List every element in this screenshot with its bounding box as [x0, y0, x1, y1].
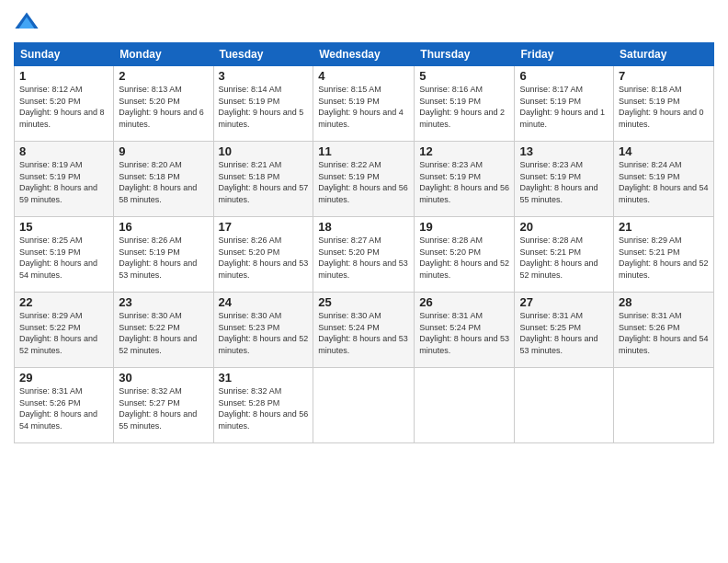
day-cell: 25 Sunrise: 8:30 AM Sunset: 5:24 PM Dayl… [313, 293, 415, 368]
sunrise-label: Sunrise: 8:31 AM [19, 386, 83, 396]
sunrise-label: Sunrise: 8:30 AM [318, 311, 381, 320]
week-row-2: 8 Sunrise: 8:19 AM Sunset: 5:19 PM Dayli… [15, 142, 714, 217]
day-cell: 28 Sunrise: 8:31 AM Sunset: 5:26 PM Dayl… [614, 293, 714, 368]
daylight-label: Daylight: 8 hours and 53 minutes. [119, 259, 197, 280]
day-number: 27 [519, 295, 609, 309]
daylight-label: Daylight: 9 hours and 1 minute. [519, 108, 605, 129]
day-info: Sunrise: 8:32 AM Sunset: 5:28 PM Dayligh… [219, 385, 309, 431]
col-header-saturday: Saturday [614, 43, 714, 66]
day-number: 3 [219, 69, 309, 83]
day-cell: 29 Sunrise: 8:31 AM Sunset: 5:26 PM Dayl… [15, 368, 114, 443]
daylight-label: Daylight: 9 hours and 4 minutes. [318, 108, 404, 129]
sunset-label: Sunset: 5:19 PM [519, 172, 581, 181]
day-info: Sunrise: 8:29 AM Sunset: 5:22 PM Dayligh… [19, 310, 108, 356]
day-info: Sunrise: 8:31 AM Sunset: 5:26 PM Dayligh… [19, 385, 108, 431]
sunrise-label: Sunrise: 8:15 AM [318, 85, 381, 94]
day-info: Sunrise: 8:23 AM Sunset: 5:19 PM Dayligh… [519, 159, 609, 205]
daylight-label: Daylight: 8 hours and 56 minutes. [219, 409, 309, 431]
day-number: 31 [219, 371, 309, 385]
sunrise-label: Sunrise: 8:23 AM [519, 160, 583, 169]
daylight-label: Daylight: 8 hours and 53 minutes. [219, 259, 309, 280]
col-header-tuesday: Tuesday [213, 43, 313, 66]
day-cell: 30 Sunrise: 8:32 AM Sunset: 5:27 PM Dayl… [114, 368, 213, 443]
day-cell: 1 Sunrise: 8:12 AM Sunset: 5:20 PM Dayli… [15, 66, 114, 142]
day-info: Sunrise: 8:20 AM Sunset: 5:18 PM Dayligh… [119, 159, 208, 205]
sunrise-label: Sunrise: 8:16 AM [419, 85, 483, 94]
sunrise-label: Sunrise: 8:27 AM [318, 236, 381, 245]
day-cell: 11 Sunrise: 8:22 AM Sunset: 5:19 PM Dayl… [313, 142, 415, 217]
daylight-label: Daylight: 8 hours and 56 minutes. [318, 183, 408, 204]
day-number: 1 [19, 69, 108, 83]
daylight-label: Daylight: 8 hours and 59 minutes. [19, 183, 97, 204]
col-header-friday: Friday [515, 43, 614, 66]
day-info: Sunrise: 8:26 AM Sunset: 5:19 PM Dayligh… [119, 235, 208, 281]
day-number: 7 [619, 69, 709, 83]
sunrise-label: Sunrise: 8:32 AM [219, 386, 282, 396]
daylight-label: Daylight: 8 hours and 52 minutes. [119, 334, 197, 355]
sunset-label: Sunset: 5:19 PM [119, 247, 180, 257]
day-cell: 24 Sunrise: 8:30 AM Sunset: 5:23 PM Dayl… [213, 293, 313, 368]
daylight-label: Daylight: 8 hours and 52 minutes. [519, 259, 597, 280]
day-number: 14 [619, 144, 709, 158]
day-cell [515, 368, 614, 443]
day-number: 24 [219, 295, 309, 309]
day-info: Sunrise: 8:29 AM Sunset: 5:21 PM Dayligh… [619, 235, 709, 281]
day-cell: 5 Sunrise: 8:16 AM Sunset: 5:19 PM Dayli… [415, 66, 515, 142]
sunset-label: Sunset: 5:19 PM [19, 247, 81, 257]
day-info: Sunrise: 8:30 AM Sunset: 5:23 PM Dayligh… [219, 310, 309, 356]
day-number: 26 [419, 295, 509, 309]
sunrise-label: Sunrise: 8:17 AM [519, 85, 583, 94]
daylight-label: Daylight: 8 hours and 56 minutes. [419, 183, 509, 204]
daylight-label: Daylight: 8 hours and 58 minutes. [119, 183, 197, 204]
sunset-label: Sunset: 5:24 PM [318, 323, 380, 332]
day-number: 9 [119, 144, 208, 158]
sunrise-label: Sunrise: 8:31 AM [419, 311, 483, 320]
day-info: Sunrise: 8:30 AM Sunset: 5:22 PM Dayligh… [119, 310, 208, 356]
daylight-label: Daylight: 8 hours and 52 minutes. [19, 334, 97, 355]
sunset-label: Sunset: 5:19 PM [318, 97, 380, 106]
day-info: Sunrise: 8:31 AM Sunset: 5:26 PM Dayligh… [619, 310, 709, 356]
day-number: 21 [619, 220, 709, 234]
sunrise-label: Sunrise: 8:26 AM [119, 236, 182, 245]
daylight-label: Daylight: 8 hours and 52 minutes. [619, 259, 709, 280]
day-number: 12 [419, 144, 509, 158]
day-cell: 12 Sunrise: 8:23 AM Sunset: 5:19 PM Dayl… [415, 142, 515, 217]
day-cell: 14 Sunrise: 8:24 AM Sunset: 5:19 PM Dayl… [614, 142, 714, 217]
sunset-label: Sunset: 5:20 PM [219, 247, 280, 257]
daylight-label: Daylight: 8 hours and 53 minutes. [318, 259, 408, 280]
col-header-wednesday: Wednesday [313, 43, 415, 66]
sunset-label: Sunset: 5:24 PM [419, 323, 481, 332]
day-cell: 15 Sunrise: 8:25 AM Sunset: 5:19 PM Dayl… [15, 217, 114, 293]
sunset-label: Sunset: 5:26 PM [19, 398, 81, 408]
daylight-label: Daylight: 9 hours and 8 minutes. [19, 108, 105, 129]
week-row-5: 29 Sunrise: 8:31 AM Sunset: 5:26 PM Dayl… [15, 368, 714, 443]
col-header-thursday: Thursday [415, 43, 515, 66]
sunset-label: Sunset: 5:20 PM [119, 97, 180, 106]
sunrise-label: Sunrise: 8:30 AM [119, 311, 182, 320]
daylight-label: Daylight: 9 hours and 2 minutes. [419, 108, 505, 129]
day-cell: 20 Sunrise: 8:28 AM Sunset: 5:21 PM Dayl… [515, 217, 614, 293]
sunrise-label: Sunrise: 8:25 AM [19, 236, 83, 245]
day-info: Sunrise: 8:23 AM Sunset: 5:19 PM Dayligh… [419, 159, 509, 205]
day-info: Sunrise: 8:15 AM Sunset: 5:19 PM Dayligh… [318, 84, 409, 130]
day-cell: 22 Sunrise: 8:29 AM Sunset: 5:22 PM Dayl… [15, 293, 114, 368]
day-number: 15 [19, 220, 108, 234]
daylight-label: Daylight: 8 hours and 52 minutes. [219, 334, 309, 355]
sunset-label: Sunset: 5:19 PM [19, 172, 81, 181]
day-cell: 31 Sunrise: 8:32 AM Sunset: 5:28 PM Dayl… [213, 368, 313, 443]
sunrise-label: Sunrise: 8:22 AM [318, 160, 381, 169]
sunset-label: Sunset: 5:25 PM [519, 323, 581, 332]
day-number: 18 [318, 220, 409, 234]
day-number: 13 [519, 144, 609, 158]
sunset-label: Sunset: 5:18 PM [219, 172, 280, 181]
day-number: 10 [219, 144, 309, 158]
day-info: Sunrise: 8:22 AM Sunset: 5:19 PM Dayligh… [318, 159, 409, 205]
day-info: Sunrise: 8:28 AM Sunset: 5:21 PM Dayligh… [519, 235, 609, 281]
day-cell: 3 Sunrise: 8:14 AM Sunset: 5:19 PM Dayli… [213, 66, 313, 142]
sunrise-label: Sunrise: 8:20 AM [119, 160, 182, 169]
day-info: Sunrise: 8:19 AM Sunset: 5:19 PM Dayligh… [19, 159, 108, 205]
sunrise-label: Sunrise: 8:24 AM [619, 160, 682, 169]
day-info: Sunrise: 8:16 AM Sunset: 5:19 PM Dayligh… [419, 84, 509, 130]
day-cell: 26 Sunrise: 8:31 AM Sunset: 5:24 PM Dayl… [415, 293, 515, 368]
day-cell: 18 Sunrise: 8:27 AM Sunset: 5:20 PM Dayl… [313, 217, 415, 293]
